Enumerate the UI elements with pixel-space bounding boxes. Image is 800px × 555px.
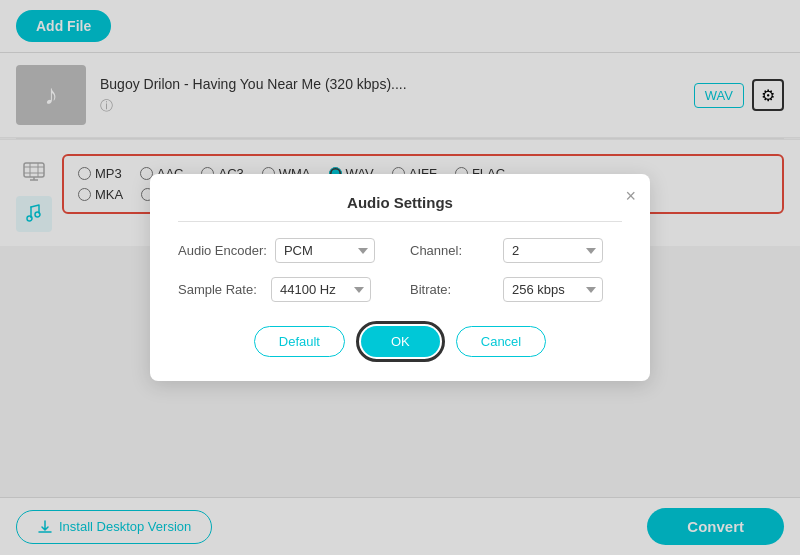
modal-buttons: Default OK Cancel (178, 326, 622, 357)
bitrate-select[interactable]: 128 kbps 192 kbps 256 kbps 320 kbps (503, 277, 603, 302)
audio-encoder-select[interactable]: PCM MP3 AAC (275, 238, 375, 263)
ok-button[interactable]: OK (361, 326, 440, 357)
audio-encoder-row: Audio Encoder: PCM MP3 AAC (178, 238, 390, 263)
modal-title: Audio Settings (178, 194, 622, 222)
bitrate-row: Bitrate: 128 kbps 192 kbps 256 kbps 320 … (410, 277, 622, 302)
cancel-button[interactable]: Cancel (456, 326, 546, 357)
channel-select[interactable]: 1 2 6 (503, 238, 603, 263)
bitrate-label: Bitrate: (410, 282, 495, 297)
modal-overlay: × Audio Settings Audio Encoder: PCM MP3 … (0, 0, 800, 555)
audio-encoder-label: Audio Encoder: (178, 243, 267, 258)
sample-rate-select[interactable]: 22050 Hz 44100 Hz 48000 Hz (271, 277, 371, 302)
sample-rate-label: Sample Rate: (178, 282, 263, 297)
sample-rate-row: Sample Rate: 22050 Hz 44100 Hz 48000 Hz (178, 277, 390, 302)
settings-grid: Audio Encoder: PCM MP3 AAC Channel: 1 2 … (178, 238, 622, 302)
audio-settings-modal: × Audio Settings Audio Encoder: PCM MP3 … (150, 174, 650, 381)
channel-label: Channel: (410, 243, 495, 258)
channel-row: Channel: 1 2 6 (410, 238, 622, 263)
default-button[interactable]: Default (254, 326, 345, 357)
modal-close-button[interactable]: × (625, 186, 636, 207)
